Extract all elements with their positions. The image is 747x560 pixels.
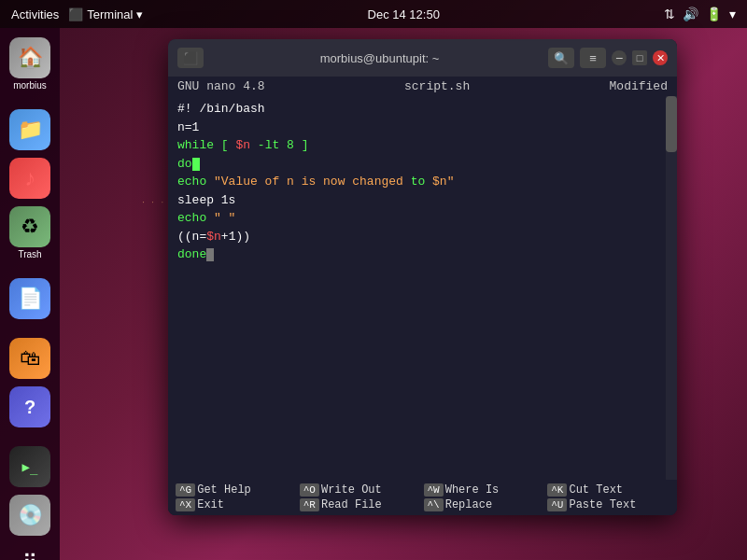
key-write-out: ^O [300,483,319,497]
cursor-2 [206,248,214,261]
nano-status: Modified [610,79,668,93]
cursor-1 [192,158,200,171]
sidebar-item-apps[interactable]: ⠿ [22,551,37,560]
home-icon: 🏠 [9,37,50,78]
music-icon: ♪ [9,158,50,199]
terminal-label: ⬛ [68,7,83,21]
desktop: Activities ⬛ Terminal ▾ Dec 14 12:50 ⇅ 🔊… [0,0,747,560]
cmd-get-help: ^G Get Help [176,483,298,497]
datetime-display: Dec 14 12:50 [368,7,440,21]
code-line-4: do [177,155,668,174]
code-editor[interactable]: #! /bin/bash n=1 while [ $n -lt 8 ] do e… [168,96,677,480]
label-exit: Exit [197,498,224,511]
key-cut-text: ^K [547,483,567,497]
key-read-file: ^R [300,498,319,511]
topbar: Activities ⬛ Terminal ▾ Dec 14 12:50 ⇅ 🔊… [0,0,747,28]
activities-button[interactable]: Activities [11,7,59,21]
label-read-file: Read File [321,498,382,511]
cmd-write-out: ^O Write Out [300,483,422,497]
software-icon: 🛍 [9,338,50,379]
settings-icon[interactable]: ▾ [729,7,736,21]
terminal-window-title: morbius@ubuntupit: ~ [211,51,548,65]
code-line-3: while [ $n -lt 8 ] [177,136,668,155]
scrollbar[interactable] [666,96,677,480]
terminal-menu[interactable]: ⬛ Terminal ▾ [68,7,143,21]
sidebar-label-trash: Trash [18,249,41,259]
code-line-6: sleep 1s [177,191,668,210]
cmd-exit: ^X Exit [176,498,298,511]
label-write-out: Write Out [321,483,382,497]
battery-icon: 🔋 [706,7,722,21]
sidebar-item-cd[interactable]: 💿 [9,495,50,536]
cmd-where-is: ^W Where Is [424,483,546,497]
help-icon: ? [9,386,50,427]
terminal-icon: ▶_ [9,446,50,487]
code-line-8: ((n=$n+1)) [177,228,668,246]
terminal-dropdown-icon: ▾ [136,7,143,21]
trash-icon: ♻ [9,206,50,247]
key-replace: ^\ [424,498,444,511]
label-replace: Replace [445,498,492,511]
key-where-is: ^W [424,483,444,497]
maximize-button[interactable]: □ [632,50,647,65]
code-line-9: done [177,245,668,264]
cmd-paste-text: ^U Paste Text [547,498,669,511]
sidebar-item-home[interactable]: 🏠 morbius [9,37,50,91]
label-where-is: Where Is [445,483,500,497]
cmd-cut-text: ^K Cut Text [547,483,669,497]
code-line-2: n=1 [177,119,668,137]
sidebar-item-files[interactable]: 📁 [9,109,50,150]
sidebar: 🏠 morbius 📁 ♪ ♻ Trash 📄 🛍 ? ▶_ 💿 [0,28,60,560]
key-paste-text: ^U [547,498,567,511]
cmd-read-file: ^R Read File [300,498,422,511]
minimize-button[interactable]: − [612,50,627,65]
sidebar-item-trash[interactable]: ♻ Trash [9,206,50,259]
apps-grid-icon: ⠿ [22,551,37,560]
audio-icon[interactable]: 🔊 [683,7,698,21]
sidebar-item-music[interactable]: ♪ [9,158,50,199]
sidebar-label-home: morbius [13,80,47,91]
nano-app-name: GNU nano 4.8 [177,79,265,93]
terminal-window: ⬛ morbius@ubuntupit: ~ 🔍 ≡ − □ ✕ GNU nan… [168,39,677,515]
sidebar-item-docs[interactable]: 📄 [9,278,50,319]
terminal-titlebar: ⬛ morbius@ubuntupit: ~ 🔍 ≡ − □ ✕ [168,39,677,77]
code-line-1: #! /bin/bash [177,100,668,119]
sidebar-item-help[interactable]: ? [9,386,50,427]
key-exit: ^X [176,498,195,511]
cd-icon: 💿 [9,495,50,536]
terminal-content: GNU nano 4.8 script.sh Modified #! /bin/… [168,77,677,515]
label-paste-text: Paste Text [569,498,636,511]
scrollbar-thumb [666,96,677,152]
docs-icon: 📄 [9,278,50,319]
sidebar-item-software[interactable]: 🛍 [9,338,50,379]
terminal-hamburger-button[interactable]: ≡ [580,48,606,68]
nano-footer: ^G Get Help ^O Write Out ^W Where Is ^K … [168,480,677,515]
cmd-replace: ^\ Replace [424,498,546,511]
sidebar-item-terminal[interactable]: ▶_ [9,446,50,487]
close-button[interactable]: ✕ [653,50,668,65]
code-line-7: echo " " [177,209,668,228]
nano-header: GNU nano 4.8 script.sh Modified [168,77,677,96]
label-get-help: Get Help [197,483,251,497]
files-icon: 📁 [9,109,50,150]
key-get-help: ^G [176,483,195,497]
terminal-menu-icon: ⬛ [177,48,204,68]
code-line-5: echo "Value of n is now changed to $n" [177,173,668,191]
network-icon: ⇅ [664,7,675,21]
nano-filename: script.sh [404,79,470,93]
terminal-search-button[interactable]: 🔍 [548,48,574,68]
terminal-title-text: Terminal [87,7,133,21]
label-cut-text: Cut Text [569,483,623,497]
